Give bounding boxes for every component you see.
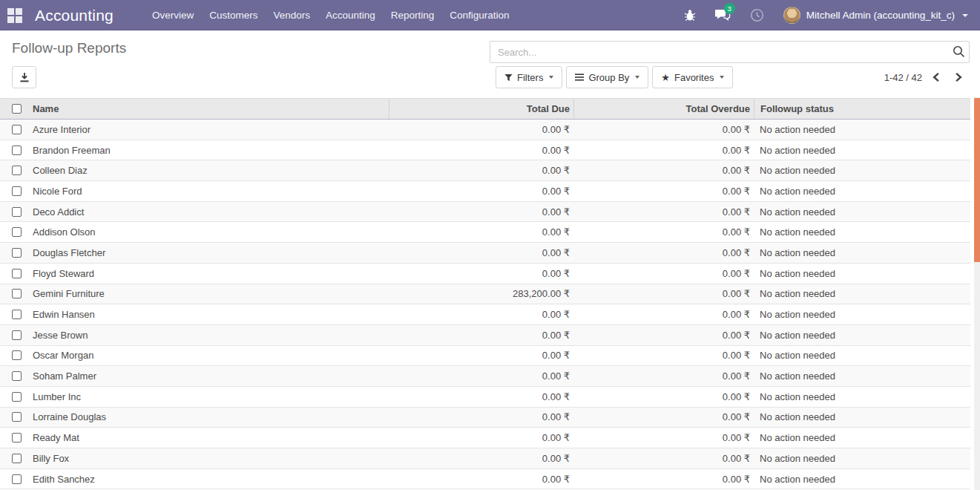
row-checkbox[interactable] bbox=[12, 330, 22, 340]
row-checkbox[interactable] bbox=[12, 269, 22, 278]
table-row[interactable]: Deco Addict 0.00 ₹ 0.00 ₹ No action need… bbox=[0, 202, 970, 223]
cell-total-overdue: 0.00 ₹ bbox=[573, 391, 754, 402]
cell-total-due: 0.00 ₹ bbox=[389, 330, 573, 341]
cell-total-due: 0.00 ₹ bbox=[389, 411, 573, 422]
table-row[interactable]: Lorraine Douglas 0.00 ₹ 0.00 ₹ No action… bbox=[0, 408, 970, 428]
cell-total-overdue: 0.00 ₹ bbox=[573, 186, 754, 197]
nav-item-configuration[interactable]: Configuration bbox=[450, 7, 509, 24]
row-checkbox[interactable] bbox=[12, 350, 22, 360]
table-row[interactable]: Nicole Ford 0.00 ₹ 0.00 ₹ No action need… bbox=[0, 181, 970, 202]
row-checkbox[interactable] bbox=[12, 146, 22, 155]
messages-icon[interactable]: 3 bbox=[715, 9, 731, 22]
row-checkbox[interactable] bbox=[12, 371, 22, 381]
table-row[interactable]: Jesse Brown 0.00 ₹ 0.00 ₹ No action need… bbox=[0, 325, 970, 346]
cell-followup-status: No action needed bbox=[754, 186, 970, 197]
cell-total-due: 0.00 ₹ bbox=[389, 309, 573, 320]
vertical-scrollbar[interactable] bbox=[974, 97, 980, 490]
pager-next-button[interactable] bbox=[950, 70, 967, 85]
activities-clock-icon[interactable] bbox=[750, 8, 764, 22]
row-checkbox-cell bbox=[0, 289, 30, 298]
cell-total-overdue: 0.00 ₹ bbox=[573, 411, 754, 422]
table-row[interactable]: Billy Fox 0.00 ₹ 0.00 ₹ No action needed bbox=[0, 448, 970, 469]
table-row[interactable]: Gemini Furniture 283,200.00 ₹ 0.00 ₹ No … bbox=[0, 284, 970, 305]
messages-count-badge: 3 bbox=[724, 3, 735, 14]
cell-name: Nicole Ford bbox=[30, 186, 389, 197]
table-row[interactable]: Azure Interior 0.00 ₹ 0.00 ₹ No action n… bbox=[0, 120, 970, 140]
row-checkbox[interactable] bbox=[12, 207, 22, 217]
row-checkbox[interactable] bbox=[12, 310, 22, 319]
nav-item-reporting[interactable]: Reporting bbox=[391, 7, 435, 24]
favorites-button[interactable]: ★ Favorites bbox=[652, 66, 733, 88]
row-checkbox[interactable] bbox=[12, 125, 22, 134]
cell-total-overdue: 0.00 ₹ bbox=[573, 309, 754, 320]
row-checkbox[interactable] bbox=[12, 392, 22, 402]
app-title[interactable]: Accounting bbox=[35, 7, 114, 24]
cell-total-overdue: 0.00 ₹ bbox=[573, 268, 754, 279]
main-menu: Overview Customers Vendors Accounting Re… bbox=[152, 7, 510, 24]
select-all-checkbox[interactable] bbox=[12, 104, 22, 114]
row-checkbox[interactable] bbox=[12, 433, 22, 442]
cell-followup-status: No action needed bbox=[754, 350, 970, 361]
group-by-button[interactable]: Group By bbox=[566, 66, 648, 88]
table-row[interactable]: Lumber Inc 0.00 ₹ 0.00 ₹ No action neede… bbox=[0, 387, 970, 408]
download-icon bbox=[19, 72, 30, 82]
cell-followup-status: No action needed bbox=[754, 226, 970, 238]
row-checkbox-cell bbox=[0, 474, 30, 484]
cell-name: Floyd Steward bbox=[30, 268, 389, 279]
nav-item-vendors[interactable]: Vendors bbox=[273, 7, 310, 24]
export-button[interactable] bbox=[12, 66, 36, 88]
table-row[interactable]: Colleen Diaz 0.00 ₹ 0.00 ₹ No action nee… bbox=[0, 160, 970, 181]
row-checkbox-cell bbox=[0, 248, 30, 258]
table-row[interactable]: Addison Olson 0.00 ₹ 0.00 ₹ No action ne… bbox=[0, 222, 970, 243]
pager-previous-button[interactable] bbox=[928, 70, 944, 85]
table-row[interactable]: Edwin Hansen 0.00 ₹ 0.00 ₹ No action nee… bbox=[0, 304, 970, 325]
nav-item-accounting[interactable]: Accounting bbox=[326, 7, 375, 24]
row-checkbox[interactable] bbox=[12, 186, 22, 196]
table-row[interactable]: Ready Mat 0.00 ₹ 0.00 ₹ No action needed bbox=[0, 428, 970, 448]
table-row[interactable]: Edith Sanchez 0.00 ₹ 0.00 ₹ No action ne… bbox=[0, 469, 970, 490]
cell-name: Brandon Freeman bbox=[30, 145, 389, 156]
table-body: Azure Interior 0.00 ₹ 0.00 ₹ No action n… bbox=[0, 120, 970, 489]
cell-total-overdue: 0.00 ₹ bbox=[573, 206, 754, 218]
search-icon[interactable] bbox=[953, 45, 965, 60]
row-checkbox[interactable] bbox=[12, 412, 22, 422]
user-name: Mitchell Admin (accounting_kit_c) bbox=[806, 10, 955, 21]
cell-total-due: 0.00 ₹ bbox=[389, 370, 573, 382]
filters-label: Filters bbox=[517, 72, 543, 83]
table-row[interactable]: Brandon Freeman 0.00 ₹ 0.00 ₹ No action … bbox=[0, 140, 970, 161]
cell-followup-status: No action needed bbox=[754, 247, 970, 258]
row-checkbox-cell bbox=[0, 166, 30, 175]
header-total-overdue[interactable]: Total Overdue bbox=[573, 99, 754, 119]
cell-followup-status: No action needed bbox=[754, 474, 970, 485]
nav-item-overview[interactable]: Overview bbox=[152, 7, 194, 24]
cell-followup-status: No action needed bbox=[754, 330, 970, 341]
row-checkbox[interactable] bbox=[12, 166, 22, 175]
table-row[interactable]: Douglas Fletcher 0.00 ₹ 0.00 ₹ No action… bbox=[0, 243, 970, 264]
table-row[interactable]: Floyd Steward 0.00 ₹ 0.00 ₹ No action ne… bbox=[0, 264, 970, 284]
row-checkbox-cell bbox=[0, 125, 30, 134]
cell-total-due: 0.00 ₹ bbox=[389, 165, 573, 176]
search-input[interactable] bbox=[490, 41, 970, 63]
cell-total-due: 0.00 ₹ bbox=[389, 186, 573, 197]
header-total-due[interactable]: Total Due bbox=[389, 99, 573, 119]
header-name[interactable]: Name bbox=[30, 103, 389, 114]
table-row[interactable]: Oscar Morgan 0.00 ₹ 0.00 ₹ No action nee… bbox=[0, 346, 970, 367]
cell-name: Azure Interior bbox=[30, 124, 389, 135]
row-checkbox[interactable] bbox=[12, 227, 22, 237]
control-panel: Follow-up Reports Filters bbox=[0, 30, 980, 98]
table-row[interactable]: Soham Palmer 0.00 ₹ 0.00 ₹ No action nee… bbox=[0, 366, 970, 387]
scrollbar-thumb[interactable] bbox=[974, 98, 980, 262]
nav-item-customers[interactable]: Customers bbox=[209, 7, 257, 24]
user-menu[interactable]: Mitchell Admin (accounting_kit_c) bbox=[783, 7, 968, 24]
filters-button[interactable]: Filters bbox=[496, 66, 562, 88]
row-checkbox[interactable] bbox=[12, 454, 22, 463]
cell-total-overdue: 0.00 ₹ bbox=[573, 350, 754, 361]
row-checkbox[interactable] bbox=[12, 474, 22, 484]
apps-menu-icon[interactable] bbox=[6, 7, 24, 24]
cell-name: Addison Olson bbox=[30, 226, 389, 238]
row-checkbox[interactable] bbox=[12, 289, 22, 298]
row-checkbox[interactable] bbox=[12, 248, 22, 258]
header-followup-status[interactable]: Followup status bbox=[754, 99, 970, 119]
debug-bug-icon[interactable] bbox=[684, 9, 696, 22]
row-checkbox-cell bbox=[0, 146, 30, 155]
